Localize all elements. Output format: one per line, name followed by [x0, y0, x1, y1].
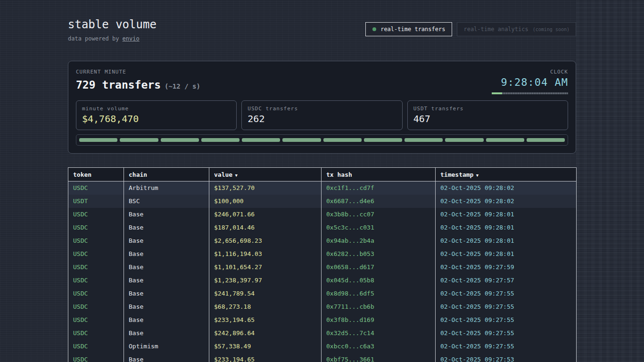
cell-value: $68,273.18 — [209, 300, 322, 313]
cell-chain: Base — [124, 221, 209, 234]
cell-value: $137,527.70 — [209, 181, 322, 195]
stat-box-label: minute volume — [82, 106, 231, 112]
tab-label: real-time analytics — [463, 26, 528, 33]
envio-link[interactable]: envio — [123, 35, 140, 42]
cell-token: USDC — [68, 234, 124, 247]
cell-value: $57,338.49 — [209, 340, 322, 353]
table-header-row: tokenchainvalue ▼tx hashtimestamp ▼ — [68, 168, 577, 181]
cell-token: USDC — [68, 313, 124, 327]
cell-chain: Base — [124, 261, 209, 274]
cell-value: $1,238,397.97 — [209, 274, 322, 287]
table-row: USDTBSC$100,0000x6687...d4e602-Oct-2025 … — [68, 195, 577, 208]
minute-progress-segments — [76, 134, 568, 146]
cell-token: USDC — [68, 261, 124, 274]
page-container: stable volume data powered by envio real… — [68, 0, 576, 362]
cell-chain: Base — [124, 300, 209, 313]
cell-token: USDC — [68, 274, 124, 287]
cell-value: $233,194.65 — [209, 313, 322, 327]
cell-timestamp: 02-Oct-2025 09:28:01 — [436, 234, 577, 247]
stat-box-value: 262 — [248, 114, 396, 124]
cell-tx-hash[interactable]: 0xbcc0...c6a3 — [322, 340, 436, 353]
cell-token: USDC — [68, 247, 124, 261]
column-header-token: token — [68, 168, 124, 181]
tab-suffix: (coming soon) — [533, 27, 570, 32]
live-dot-icon — [372, 27, 376, 31]
cell-chain: BSC — [124, 195, 209, 208]
table-row: USDCBase$246,071.660x3b8b...cc0702-Oct-2… — [68, 208, 577, 221]
progress-segment — [486, 138, 524, 142]
cell-tx-hash[interactable]: 0x6687...d4e6 — [322, 195, 436, 208]
cell-value: $187,014.46 — [209, 221, 322, 234]
progress-segment — [527, 138, 565, 142]
cell-value: $242,896.64 — [209, 327, 322, 340]
stat-box-label: USDT transfers — [413, 106, 562, 112]
tabs: real-time transfers real-time analytics … — [365, 22, 576, 36]
cell-tx-hash[interactable]: 0x6282...b053 — [322, 247, 436, 261]
stat-box-minute-volume: minute volume$4,768,470 — [76, 100, 237, 130]
stat-box-value: $4,768,470 — [82, 114, 231, 124]
cell-chain: Optimism — [124, 340, 209, 353]
column-header-value[interactable]: value ▼ — [209, 168, 322, 181]
progress-segment — [79, 138, 117, 142]
sort-arrow-icon: ▼ — [473, 173, 479, 178]
transfers-table: tokenchainvalue ▼tx hashtimestamp ▼ USDC… — [68, 167, 577, 362]
cell-timestamp: 02-Oct-2025 09:28:01 — [436, 208, 577, 221]
cell-tx-hash[interactable]: 0x045d...05b8 — [322, 274, 436, 287]
table-row: USDCBase$1,116,194.030x6282...b05302-Oct… — [68, 247, 577, 261]
sort-arrow-icon: ▼ — [232, 173, 238, 178]
progress-segment — [364, 138, 402, 142]
cell-tx-hash[interactable]: 0x8d98...6df5 — [322, 287, 436, 300]
cell-value: $246,071.66 — [209, 208, 322, 221]
column-header-tx-hash: tx hash — [322, 168, 436, 181]
subtitle-text: data powered by — [68, 35, 123, 42]
cell-timestamp: 02-Oct-2025 09:28:01 — [436, 247, 577, 261]
progress-segment — [201, 138, 239, 142]
cell-chain: Base — [124, 247, 209, 261]
tab-real-time-transfers[interactable]: real-time transfers — [365, 22, 452, 36]
current-minute-panel: CURRENT MINUTE 729 transfers (~12 / s) C… — [68, 61, 576, 154]
cell-timestamp: 02-Oct-2025 09:27:53 — [436, 353, 577, 362]
progress-segment — [445, 138, 483, 142]
progress-segment — [161, 138, 199, 142]
progress-segment — [282, 138, 321, 142]
progress-segment — [120, 138, 158, 142]
current-minute-label: CURRENT MINUTE — [76, 69, 200, 75]
cell-tx-hash[interactable]: 0x0658...d617 — [322, 261, 436, 274]
clock-progress-bar — [492, 92, 568, 94]
cell-timestamp: 02-Oct-2025 09:27:55 — [436, 340, 577, 353]
tab-label: real-time transfers — [380, 26, 445, 33]
cell-token: USDC — [68, 221, 124, 234]
cell-timestamp: 02-Oct-2025 09:27:55 — [436, 300, 577, 313]
cell-tx-hash[interactable]: 0x7711...cb6b — [322, 300, 436, 313]
clock-progress-fill — [492, 92, 502, 94]
cell-timestamp: 02-Oct-2025 09:27:55 — [436, 287, 577, 300]
cell-chain: Base — [124, 313, 209, 327]
stat-box-usdt-transfers: USDT transfers467 — [407, 100, 568, 130]
cell-tx-hash[interactable]: 0x3b8b...cc07 — [322, 208, 436, 221]
cell-value: $100,000 — [209, 195, 322, 208]
cell-value: $2,656,698.23 — [209, 234, 322, 247]
cell-chain: Base — [124, 234, 209, 247]
cell-chain: Base — [124, 353, 209, 362]
cell-tx-hash[interactable]: 0xc1f1...cd7f — [322, 181, 436, 195]
cell-token: USDC — [68, 287, 124, 300]
table-row: USDCBase$187,014.460x5c3c...c03102-Oct-2… — [68, 221, 577, 234]
subtitle: data powered by envio — [68, 35, 157, 42]
cell-token: USDT — [68, 195, 124, 208]
tab-real-time-analytics[interactable]: real-time analytics (coming soon) — [457, 22, 576, 36]
cell-tx-hash[interactable]: 0x3f8b...d169 — [322, 313, 436, 327]
transfers-rate: (~12 / s) — [165, 82, 200, 90]
cell-chain: Base — [124, 327, 209, 340]
page-title: stable volume — [68, 18, 157, 31]
table-row: USDCBase$2,656,698.230x94ab...2b4a02-Oct… — [68, 234, 577, 247]
cell-chain: Base — [124, 287, 209, 300]
progress-segment — [405, 138, 443, 142]
cell-timestamp: 02-Oct-2025 09:27:59 — [436, 261, 577, 274]
cell-tx-hash[interactable]: 0x94ab...2b4a — [322, 234, 436, 247]
cell-tx-hash[interactable]: 0x32d5...7c14 — [322, 327, 436, 340]
cell-tx-hash[interactable]: 0xbf75...3661 — [322, 353, 436, 362]
column-header-timestamp[interactable]: timestamp ▼ — [436, 168, 577, 181]
cell-token: USDC — [68, 300, 124, 313]
cell-tx-hash[interactable]: 0x5c3c...c031 — [322, 221, 436, 234]
table-row: USDCBase$1,101,654.270x0658...d61702-Oct… — [68, 261, 577, 274]
